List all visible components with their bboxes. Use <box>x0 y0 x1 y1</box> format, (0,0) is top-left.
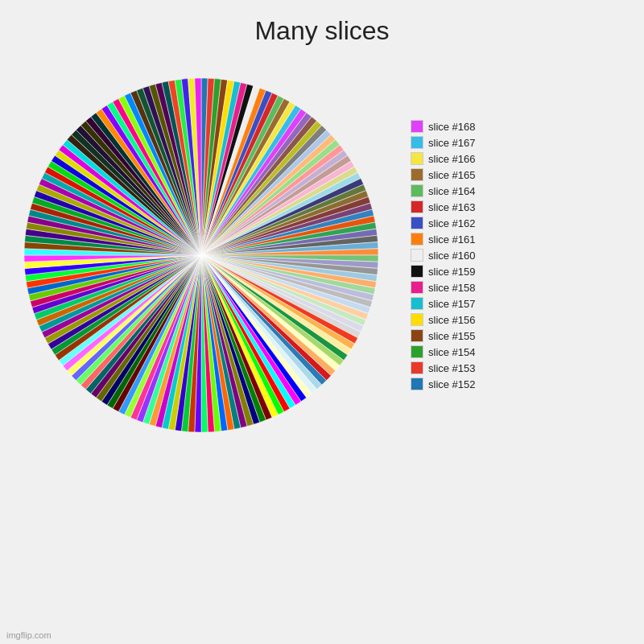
legend-label-168: slice #168 <box>428 121 476 133</box>
legend-item-152: slice #152 <box>411 378 476 390</box>
legend-item-153: slice #153 <box>411 361 476 374</box>
legend-item-165: slice #165 <box>411 168 476 181</box>
legend-color-166 <box>411 152 423 165</box>
legend-label-158: slice #158 <box>428 282 476 294</box>
chart-area: slice #168slice #167slice #166slice #165… <box>0 46 644 456</box>
legend-label-163: slice #163 <box>428 201 476 213</box>
legend-item-158: slice #158 <box>411 281 476 294</box>
legend-label-164: slice #164 <box>428 185 476 197</box>
legend-label-152: slice #152 <box>428 378 476 390</box>
legend-item-161: slice #161 <box>411 233 476 246</box>
pie-chart <box>16 70 386 440</box>
legend-color-154 <box>411 345 423 358</box>
legend-color-168 <box>411 120 423 133</box>
legend-color-161 <box>411 233 423 246</box>
legend-label-153: slice #153 <box>428 362 476 374</box>
legend-item-166: slice #166 <box>411 152 476 165</box>
legend-color-158 <box>411 281 423 294</box>
legend-color-163 <box>411 200 423 213</box>
legend-label-165: slice #165 <box>428 169 476 181</box>
legend-item-164: slice #164 <box>411 184 476 197</box>
legend-label-160: slice #160 <box>428 250 476 262</box>
watermark: imgflip.com <box>6 630 52 640</box>
legend-color-155 <box>411 329 423 342</box>
legend-label-159: slice #159 <box>428 266 476 278</box>
legend: slice #168slice #167slice #166slice #165… <box>411 120 476 390</box>
legend-color-159 <box>411 265 423 278</box>
legend-item-168: slice #168 <box>411 120 476 133</box>
legend-item-156: slice #156 <box>411 313 476 326</box>
legend-item-160: slice #160 <box>411 249 476 262</box>
legend-color-162 <box>411 217 423 229</box>
legend-color-156 <box>411 313 423 326</box>
legend-item-157: slice #157 <box>411 297 476 310</box>
legend-item-154: slice #154 <box>411 345 476 358</box>
legend-label-156: slice #156 <box>428 314 476 326</box>
pie-svg <box>16 70 386 440</box>
legend-item-167: slice #167 <box>411 136 476 149</box>
legend-color-153 <box>411 361 423 374</box>
legend-item-155: slice #155 <box>411 329 476 342</box>
legend-color-167 <box>411 136 423 149</box>
legend-label-155: slice #155 <box>428 330 476 342</box>
legend-color-164 <box>411 184 423 197</box>
legend-color-152 <box>411 378 423 390</box>
legend-label-161: slice #161 <box>428 233 476 246</box>
legend-color-157 <box>411 297 423 310</box>
legend-label-162: slice #162 <box>428 217 476 229</box>
legend-color-160 <box>411 249 423 262</box>
legend-item-163: slice #163 <box>411 200 476 213</box>
legend-item-159: slice #159 <box>411 265 476 278</box>
legend-label-167: slice #167 <box>428 137 476 149</box>
legend-label-166: slice #166 <box>428 153 476 165</box>
legend-item-162: slice #162 <box>411 217 476 229</box>
legend-color-165 <box>411 168 423 181</box>
legend-label-157: slice #157 <box>428 298 476 310</box>
legend-label-154: slice #154 <box>428 346 476 358</box>
chart-title: Many slices <box>0 0 644 46</box>
